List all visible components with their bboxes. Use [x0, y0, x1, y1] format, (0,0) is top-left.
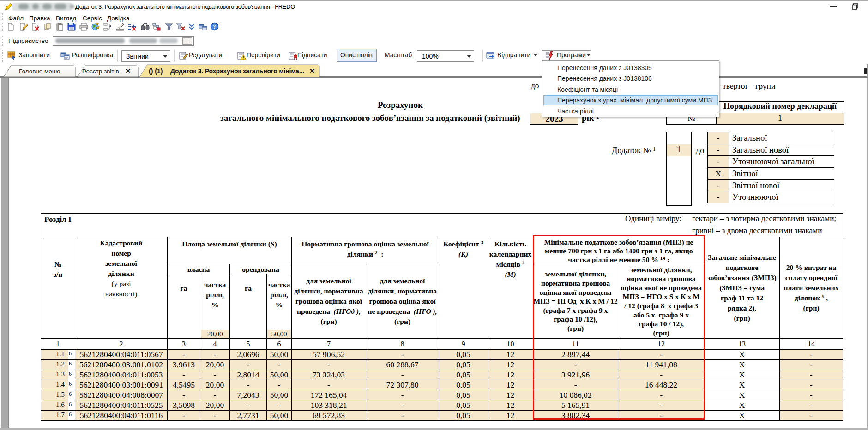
- svg-text:?: ?: [213, 24, 216, 30]
